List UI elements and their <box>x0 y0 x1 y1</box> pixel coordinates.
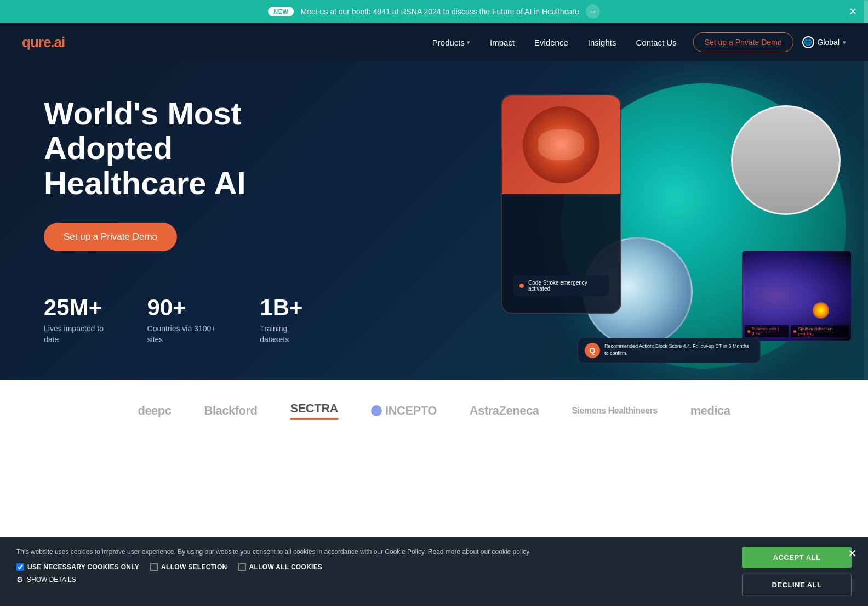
language-selector[interactable]: 🌐 Global ▾ <box>802 36 846 48</box>
xray-labels: Tuberculosis | 0.94 Sputum collection pe… <box>745 325 849 337</box>
partner-sectra: SECTRA <box>290 401 338 420</box>
nav-link-products[interactable]: Products ▾ <box>425 33 478 52</box>
nav-link-evidence[interactable]: Evidence <box>527 33 576 52</box>
hero-visual: Code Stroke emergency activated Tubercul… <box>484 61 868 380</box>
nav-item-contact[interactable]: Contact Us <box>628 33 684 52</box>
doctor-image-circle <box>731 105 841 215</box>
announcement-banner: NEW Meet us at our booth 4941 at RSNA 20… <box>0 0 868 23</box>
nav-links-list: Products ▾ Impact Evidence Insights Cont… <box>425 33 684 52</box>
partner-incepto: INCEPTO <box>371 404 437 418</box>
brain-scan-display <box>502 95 620 194</box>
partner-astrazeneca: AstraZeneca <box>470 404 539 418</box>
stat-label-training: Training datasets <box>260 324 318 345</box>
stroke-notification: Code Stroke emergency activated <box>513 275 609 296</box>
chest-xray-display: Tuberculosis | 0.94 Sputum collection pe… <box>742 251 852 341</box>
hero-content: World's Most Adopted Healthcare AI Set u… <box>44 96 318 346</box>
nav-item-impact[interactable]: Impact <box>482 33 522 52</box>
hero-section: World's Most Adopted Healthcare AI Set u… <box>0 61 868 380</box>
nav-link-insights[interactable]: Insights <box>580 33 624 52</box>
products-chevron-icon: ▾ <box>467 39 470 46</box>
global-chevron-icon: ▾ <box>843 39 846 46</box>
stat-label-countries: Countries via 3100+ sites <box>147 324 233 345</box>
stat-number-lives: 25M+ <box>44 295 120 320</box>
incepto-icon <box>371 405 382 416</box>
hero-demo-button[interactable]: Set up a Private Demo <box>44 223 177 251</box>
q-score-text: Recommended Action: Block Score 4.4. Fol… <box>585 343 753 356</box>
nav-demo-button[interactable]: Set up a Private Demo <box>693 32 793 52</box>
nav-link-impact[interactable]: Impact <box>482 33 522 52</box>
partner-medica: medica <box>690 404 730 418</box>
nav-item-evidence[interactable]: Evidence <box>527 33 576 52</box>
stat-label-lives: Lives impacted to date <box>44 324 120 345</box>
banner-new-badge: NEW <box>268 7 294 16</box>
stroke-alert-dot <box>519 284 524 288</box>
nav-link-contact[interactable]: Contact Us <box>628 33 684 52</box>
q-score-card: Q Recommended Action: Block Score 4.4. F… <box>578 338 761 363</box>
stat-countries: 90+ Countries via 3100+ sites <box>147 295 233 345</box>
stat-training: 1B+ Training datasets <box>260 295 318 345</box>
hero-title: World's Most Adopted Healthcare AI <box>44 96 318 201</box>
hero-stats: 25M+ Lives impacted to date 90+ Countrie… <box>44 295 318 345</box>
stat-number-training: 1B+ <box>260 295 318 320</box>
banner-text: Meet us at our booth 4941 at RSNA 2024 t… <box>300 7 579 16</box>
banner-close-button[interactable]: ✕ <box>849 5 857 18</box>
banner-arrow-icon[interactable]: → <box>586 4 600 19</box>
tb-dot <box>747 330 750 333</box>
xray-heatspot <box>813 302 829 319</box>
stroke-notification-text: Code Stroke emergency activated <box>528 280 603 292</box>
main-navigation: qure.ai Products ▾ Impact Evidence Insig… <box>0 23 868 61</box>
partner-deepc: deepc <box>138 404 171 418</box>
phone-mockup: Code Stroke emergency activated <box>501 94 621 314</box>
globe-icon: 🌐 <box>802 36 814 48</box>
xray-tb-label: Tuberculosis | 0.94 <box>745 325 789 337</box>
stat-lives: 25M+ Lives impacted to date <box>44 295 120 345</box>
q-score-logo: Q <box>585 343 600 358</box>
nav-item-products[interactable]: Products ▾ <box>425 33 478 52</box>
global-label: Global <box>818 38 840 47</box>
sputum-dot <box>793 330 796 333</box>
xray-sputum-label: Sputum collection pending <box>791 325 849 337</box>
stat-number-countries: 90+ <box>147 295 233 320</box>
site-logo[interactable]: qure.ai <box>22 34 65 51</box>
doctor-image <box>733 107 839 213</box>
brain-scan-image <box>523 106 599 183</box>
nav-item-insights[interactable]: Insights <box>580 33 624 52</box>
partners-section: deepc Blackford SECTRA INCEPTO AstraZene… <box>0 380 868 441</box>
partner-siemens: Siemens Healthineers <box>572 406 657 416</box>
partner-blackford: Blackford <box>204 404 258 418</box>
